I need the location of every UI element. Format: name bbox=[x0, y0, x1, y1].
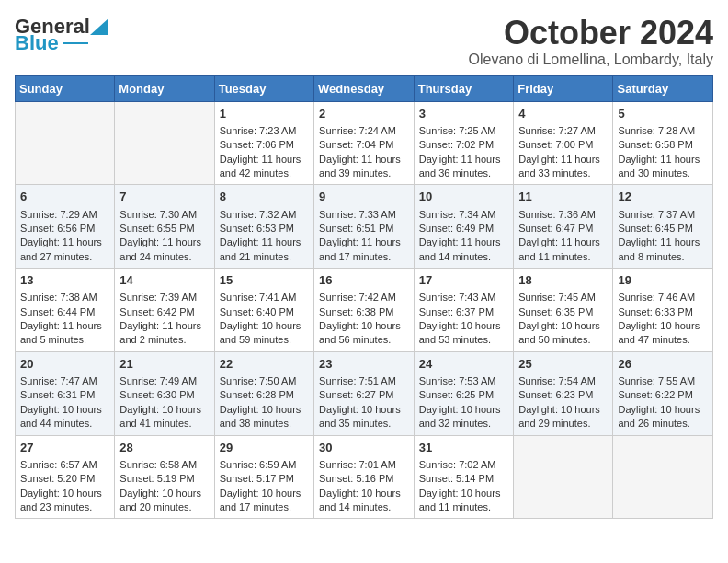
day-info: Sunrise: 7:53 AM bbox=[419, 374, 508, 388]
day-info: Sunset: 6:38 PM bbox=[319, 305, 409, 319]
day-info: Sunrise: 7:33 AM bbox=[319, 208, 409, 222]
day-info: Sunset: 6:28 PM bbox=[220, 388, 309, 402]
day-info: Sunset: 6:53 PM bbox=[220, 222, 309, 236]
calendar-cell: 29Sunrise: 6:59 AMSunset: 5:17 PMDayligh… bbox=[214, 435, 313, 519]
calendar-cell: 24Sunrise: 7:53 AMSunset: 6:25 PMDayligh… bbox=[414, 351, 513, 435]
day-number: 10 bbox=[419, 189, 508, 205]
day-number: 9 bbox=[319, 189, 409, 205]
weekday-header-tuesday: Tuesday bbox=[214, 75, 313, 101]
day-number: 12 bbox=[618, 189, 708, 205]
weekday-header-thursday: Thursday bbox=[414, 75, 513, 101]
calendar-cell: 18Sunrise: 7:45 AMSunset: 6:35 PMDayligh… bbox=[514, 269, 613, 352]
day-info: Daylight: 10 hours and 20 minutes. bbox=[119, 487, 209, 515]
day-info: Sunset: 6:55 PM bbox=[119, 222, 209, 236]
calendar-cell: 7Sunrise: 7:30 AMSunset: 6:55 PMDaylight… bbox=[115, 185, 214, 269]
day-info: Sunset: 6:35 PM bbox=[518, 305, 608, 319]
day-info: Sunset: 6:51 PM bbox=[319, 222, 409, 236]
day-number: 14 bbox=[119, 272, 209, 289]
day-number: 30 bbox=[319, 440, 409, 456]
day-info: Sunset: 5:14 PM bbox=[419, 472, 508, 486]
day-number: 29 bbox=[220, 440, 309, 456]
day-info: Sunrise: 6:59 AM bbox=[220, 458, 309, 472]
calendar-cell: 25Sunrise: 7:54 AMSunset: 6:23 PMDayligh… bbox=[514, 351, 613, 435]
day-info: Daylight: 10 hours and 41 minutes. bbox=[119, 403, 209, 431]
calendar-cell: 1Sunrise: 7:23 AMSunset: 7:06 PMDaylight… bbox=[214, 101, 313, 185]
weekday-header-monday: Monday bbox=[115, 75, 214, 101]
day-info: Sunset: 7:04 PM bbox=[319, 138, 409, 152]
day-number: 13 bbox=[20, 272, 109, 289]
day-number: 7 bbox=[119, 189, 209, 205]
calendar-cell: 2Sunrise: 7:24 AMSunset: 7:04 PMDaylight… bbox=[314, 101, 415, 185]
weekday-header-row: SundayMondayTuesdayWednesdayThursdayFrid… bbox=[16, 75, 713, 101]
day-number: 4 bbox=[518, 106, 608, 122]
day-number: 20 bbox=[20, 356, 109, 373]
day-info: Daylight: 11 hours and 17 minutes. bbox=[319, 236, 409, 264]
calendar-cell: 19Sunrise: 7:46 AMSunset: 6:33 PMDayligh… bbox=[613, 269, 713, 352]
day-number: 24 bbox=[419, 356, 508, 373]
day-number: 25 bbox=[518, 356, 608, 373]
calendar-cell: 8Sunrise: 7:32 AMSunset: 6:53 PMDaylight… bbox=[214, 185, 313, 269]
week-row-1: 1Sunrise: 7:23 AMSunset: 7:06 PMDaylight… bbox=[16, 101, 713, 185]
day-info: Daylight: 11 hours and 39 minutes. bbox=[319, 153, 409, 181]
day-number: 17 bbox=[419, 272, 508, 289]
day-info: Sunrise: 7:42 AM bbox=[319, 291, 409, 304]
day-number: 6 bbox=[20, 189, 109, 205]
day-number: 16 bbox=[319, 272, 409, 289]
day-info: Sunset: 6:25 PM bbox=[419, 388, 508, 402]
logo-blue: Blue bbox=[15, 33, 59, 53]
header: General Blue October 2024 Olevano di Lom… bbox=[15, 15, 713, 68]
day-info: Daylight: 11 hours and 36 minutes. bbox=[419, 153, 508, 181]
week-row-3: 13Sunrise: 7:38 AMSunset: 6:44 PMDayligh… bbox=[16, 269, 713, 352]
day-info: Sunrise: 7:28 AM bbox=[618, 124, 708, 138]
day-info: Sunset: 6:22 PM bbox=[618, 388, 708, 402]
day-info: Sunrise: 6:58 AM bbox=[119, 458, 209, 472]
logo-icon bbox=[90, 15, 108, 35]
calendar-cell: 22Sunrise: 7:50 AMSunset: 6:28 PMDayligh… bbox=[214, 351, 313, 435]
calendar-cell: 27Sunrise: 6:57 AMSunset: 5:20 PMDayligh… bbox=[16, 435, 115, 519]
day-number: 21 bbox=[119, 356, 209, 373]
day-info: Daylight: 11 hours and 27 minutes. bbox=[20, 236, 109, 264]
calendar-cell: 5Sunrise: 7:28 AMSunset: 6:58 PMDaylight… bbox=[613, 101, 713, 185]
day-info: Sunset: 5:17 PM bbox=[220, 472, 309, 486]
day-number: 1 bbox=[220, 106, 309, 122]
day-info: Sunset: 6:23 PM bbox=[518, 388, 608, 402]
day-info: Sunrise: 6:57 AM bbox=[20, 458, 109, 472]
calendar-cell bbox=[514, 435, 613, 519]
day-info: Daylight: 11 hours and 33 minutes. bbox=[518, 153, 608, 181]
day-number: 28 bbox=[119, 440, 209, 456]
calendar-cell: 23Sunrise: 7:51 AMSunset: 6:27 PMDayligh… bbox=[314, 351, 415, 435]
calendar-cell: 16Sunrise: 7:42 AMSunset: 6:38 PMDayligh… bbox=[314, 269, 415, 352]
day-info: Daylight: 11 hours and 2 minutes. bbox=[119, 319, 209, 348]
location-title: Olevano di Lomellina, Lombardy, Italy bbox=[468, 52, 713, 68]
day-info: Sunrise: 7:50 AM bbox=[220, 374, 309, 388]
day-info: Sunrise: 7:01 AM bbox=[319, 458, 409, 472]
weekday-header-sunday: Sunday bbox=[16, 75, 115, 101]
day-info: Daylight: 10 hours and 17 minutes. bbox=[220, 487, 309, 515]
day-info: Sunrise: 7:45 AM bbox=[518, 291, 608, 304]
day-info: Sunset: 6:37 PM bbox=[419, 305, 508, 319]
calendar-cell: 15Sunrise: 7:41 AMSunset: 6:40 PMDayligh… bbox=[214, 269, 313, 352]
week-row-4: 20Sunrise: 7:47 AMSunset: 6:31 PMDayligh… bbox=[16, 351, 713, 435]
day-number: 26 bbox=[618, 356, 708, 373]
day-info: Daylight: 10 hours and 26 minutes. bbox=[618, 403, 708, 431]
day-info: Sunrise: 7:39 AM bbox=[119, 291, 209, 304]
day-info: Sunrise: 7:32 AM bbox=[220, 208, 309, 222]
day-info: Sunset: 5:20 PM bbox=[20, 472, 109, 486]
day-info: Sunset: 6:27 PM bbox=[319, 388, 409, 402]
day-info: Sunrise: 7:47 AM bbox=[20, 374, 109, 388]
day-info: Sunrise: 7:43 AM bbox=[419, 291, 508, 304]
day-info: Daylight: 10 hours and 11 minutes. bbox=[419, 487, 508, 515]
calendar-cell: 26Sunrise: 7:55 AMSunset: 6:22 PMDayligh… bbox=[613, 351, 713, 435]
day-info: Sunset: 5:19 PM bbox=[119, 472, 209, 486]
logo: General Blue bbox=[15, 15, 108, 53]
day-info: Sunset: 6:31 PM bbox=[20, 388, 109, 402]
calendar-cell: 17Sunrise: 7:43 AMSunset: 6:37 PMDayligh… bbox=[414, 269, 513, 352]
day-info: Sunrise: 7:30 AM bbox=[119, 208, 209, 222]
calendar-cell: 11Sunrise: 7:36 AMSunset: 6:47 PMDayligh… bbox=[514, 185, 613, 269]
day-info: Daylight: 10 hours and 47 minutes. bbox=[618, 319, 708, 348]
day-info: Daylight: 10 hours and 35 minutes. bbox=[319, 403, 409, 431]
day-info: Sunset: 6:30 PM bbox=[119, 388, 209, 402]
day-number: 31 bbox=[419, 440, 508, 456]
calendar-cell: 13Sunrise: 7:38 AMSunset: 6:44 PMDayligh… bbox=[16, 269, 115, 352]
calendar-cell: 4Sunrise: 7:27 AMSunset: 7:00 PMDaylight… bbox=[514, 101, 613, 185]
